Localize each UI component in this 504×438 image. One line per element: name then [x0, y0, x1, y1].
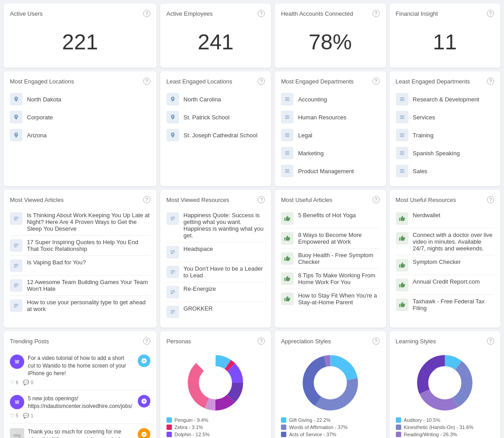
article-icon: [10, 239, 22, 252]
post-badge: [138, 428, 150, 438]
thumbs-up-icon: [396, 232, 408, 245]
article-icon: [10, 212, 22, 225]
help-icon-personas[interactable]: ?: [258, 337, 265, 345]
list-item: Research & Development: [396, 90, 494, 108]
stat-title-active-users: Active Users: [10, 10, 43, 17]
article-label: 8 Ways to Become More Empowered at Work: [298, 232, 379, 245]
dept-label: Legal: [298, 132, 312, 139]
help-icon-most-viewed-articles[interactable]: ?: [143, 196, 150, 203]
list-item: W For a video tutorial of how to add a s…: [10, 350, 150, 390]
help-icon-most-useful-resources[interactable]: ?: [487, 196, 494, 203]
help-icon-active-employees[interactable]: ?: [258, 10, 265, 17]
appreciation-styles-card: Appreciation Styles ? Gift Giving - 22.2…: [275, 331, 386, 438]
dept-icon: [281, 111, 294, 123]
article-icon: [10, 259, 22, 272]
most-useful-resources-title: Most Useful Resources: [396, 197, 456, 203]
list-item: Accounting: [281, 90, 379, 108]
list-item: Marketing: [281, 144, 379, 162]
location-label: St. Joseph Cathedral School: [184, 132, 258, 139]
most-viewed-articles: Most Viewed Articles ? Is Thinking About…: [4, 190, 157, 328]
location-icon: [10, 93, 22, 105]
legend-item: Dolphin - 12.5%: [167, 431, 265, 438]
help-icon-financial-insight[interactable]: ?: [487, 10, 494, 17]
legend-item: Penguin - 9.4%: [167, 416, 265, 424]
trending-posts-title: Trending Posts: [10, 338, 49, 345]
post-badge: [138, 395, 150, 407]
location-icon: [167, 111, 179, 123]
list-item: Training: [396, 126, 494, 144]
most-useful-articles-title: Most Useful Articles: [281, 197, 332, 203]
most-engaged-departments: Most Engaged Departments ? Accounting Hu…: [275, 71, 386, 186]
resource-label: Happiness Quote: Success is getting what…: [184, 212, 265, 239]
thumbs-up-icon: [396, 298, 408, 311]
resource-label: GROKKER: [184, 305, 213, 312]
help-icon-most-useful-articles[interactable]: ?: [373, 196, 380, 203]
learning-donut-chart: [416, 354, 474, 412]
post-content: Thank you so much for covering for me wh…: [28, 428, 132, 438]
post-badge: [138, 355, 150, 367]
list-item: Product Management: [281, 162, 379, 180]
list-item: 5 Benefits of Hot Yoga: [281, 209, 379, 228]
least-engaged-locations: Least Engaged Locations ? North Carolina…: [160, 71, 271, 186]
list-item: 17 Super Inspiring Quotes to Help You En…: [10, 236, 150, 256]
thumbs-up-icon: [281, 212, 294, 225]
list-item: Is Vaping Bad for You?: [10, 256, 150, 276]
appreciation-donut-container: Gift Giving - 22.2% Words of Affirmation…: [281, 350, 379, 438]
resource-label: Connect with a doctor over live video in…: [413, 232, 494, 252]
list-item: Symptom Checker: [396, 255, 494, 275]
post-likes: ♡ 5: [10, 413, 18, 419]
legend-item: Gift Giving - 22.2%: [281, 416, 379, 424]
help-icon-learning-styles[interactable]: ?: [487, 337, 494, 345]
legend-item: Kinesthetic (Hands-On) - 31.6%: [396, 424, 494, 431]
help-icon-least-engaged-locations[interactable]: ?: [258, 78, 265, 85]
post-comments: 💬 0: [23, 380, 33, 385]
stat-value-financial-insight: 11: [396, 22, 494, 61]
svg-point-17: [429, 368, 460, 398]
help-icon-appreciation-styles[interactable]: ?: [373, 337, 380, 345]
article-icon: [10, 299, 22, 312]
legend-item: Auditory - 10.5%: [396, 416, 494, 424]
help-icon-active-users[interactable]: ?: [143, 10, 150, 17]
list-item: 8 Ways to Become More Empowered at Work: [281, 228, 379, 249]
list-item: St. Joseph Cathedral School: [167, 126, 265, 144]
dept-icon: [396, 165, 408, 177]
learning-legend: Auditory - 10.5% Kinesthetic (Hands-On) …: [396, 416, 494, 438]
stat-title-active-employees: Active Employees: [167, 10, 213, 17]
location-label: St. Patrick School: [184, 114, 230, 121]
help-icon-least-engaged-departments[interactable]: ?: [487, 78, 494, 85]
list-item: North Carolina: [167, 90, 265, 108]
list-item: Nerdwallet: [396, 209, 494, 228]
least-engaged-locations-title: Least Engaged Locations: [167, 78, 232, 85]
dept-icon: [281, 165, 294, 177]
help-icon-trending-posts[interactable]: ?: [143, 337, 150, 345]
help-icon-health-accounts[interactable]: ?: [373, 10, 380, 17]
dept-label: Training: [413, 132, 434, 139]
legend-item: Zebra - 3.1%: [167, 424, 265, 431]
list-item: W 5 new jobs openings! https://ndautismc…: [10, 390, 150, 424]
personas-donut-chart: [186, 354, 245, 412]
thumbs-up-icon: [281, 272, 294, 285]
list-item: Services: [396, 108, 494, 126]
list-item: Arizona: [10, 126, 150, 144]
learning-styles-title: Learning Styles: [396, 338, 436, 345]
help-icon-most-engaged-locations[interactable]: ?: [143, 78, 150, 85]
post-content: For a video tutorial of how to add a sho…: [28, 355, 132, 377]
dept-label: Services: [413, 114, 435, 121]
most-engaged-departments-title: Most Engaged Departments: [281, 78, 354, 85]
resource-label: Re-Energize: [184, 285, 216, 292]
resource-label: Symptom Checker: [413, 258, 461, 265]
dept-icon: [281, 93, 294, 105]
article-label: Is Thinking About Work Keeping You Up La…: [27, 212, 150, 232]
list-item: Corporate: [10, 108, 150, 126]
list-item: img Thank you so much for covering for m…: [10, 424, 150, 438]
post-avatar: img: [10, 428, 24, 438]
dashboard: Active Users ? 221 Active Employees ? 24…: [0, 0, 504, 438]
post-avatar: W: [10, 355, 24, 369]
help-icon-most-engaged-departments[interactable]: ?: [373, 78, 380, 85]
resource-label: You Don't Have to be a Leader to Lead: [184, 265, 265, 279]
personas-legend: Penguin - 9.4% Zebra - 3.1% Dolphin - 12…: [167, 416, 265, 438]
help-icon-most-viewed-resources[interactable]: ?: [258, 196, 265, 203]
list-item: GROKKER: [167, 302, 265, 321]
least-engaged-departments: Least Engaged Departments ? Research & D…: [390, 71, 500, 186]
stat-value-active-users: 221: [10, 22, 150, 61]
